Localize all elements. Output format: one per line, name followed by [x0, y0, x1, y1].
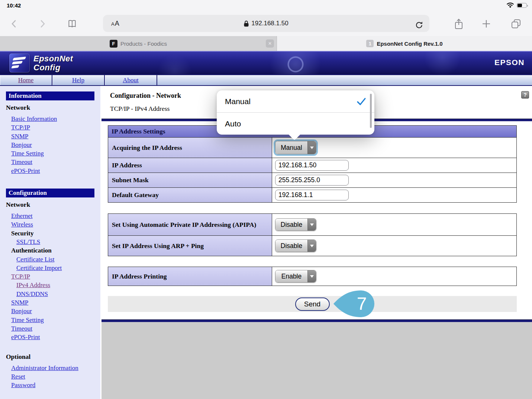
- ip-printing-select[interactable]: Enable: [275, 270, 316, 283]
- share-icon[interactable]: [453, 18, 465, 30]
- sidebar-item-snmp-info[interactable]: SNMP: [11, 132, 28, 141]
- step-7-annotation: 7: [333, 289, 375, 320]
- foodics-favicon: F: [110, 40, 117, 48]
- reload-button[interactable]: [413, 19, 425, 31]
- sidebar-item-time-setting-info[interactable]: Time Setting: [11, 149, 44, 158]
- bookmarks-icon[interactable]: [66, 18, 78, 30]
- wifi-icon: [506, 3, 514, 8]
- sidebar-item-bonjour-config[interactable]: Bonjour: [11, 307, 32, 315]
- epsonnet-banner: EpsonNetConfig EPSON: [0, 51, 532, 74]
- tab-epsonnet-config[interactable]: 1 EpsonNet Config Rev.1.0: [277, 36, 532, 51]
- table-row: Acquiring the IP Address Manual: [108, 138, 517, 158]
- tabs-overview-icon[interactable]: [510, 18, 522, 30]
- popup-scrollbar[interactable]: [370, 94, 372, 128]
- sidebar-item-reset[interactable]: Reset: [11, 372, 25, 381]
- sidebar-item-tcpip-info[interactable]: TCP/IP: [11, 123, 30, 132]
- chevron-down-icon: [307, 270, 316, 282]
- nav-about[interactable]: About: [123, 77, 139, 84]
- tab-title: Products - Foodics: [120, 41, 167, 47]
- sidebar-group-optional: Optional: [6, 353, 100, 361]
- sidebar-group-network: Network: [6, 104, 100, 112]
- subnet-mask-input[interactable]: [275, 175, 349, 186]
- tab-products-foodics[interactable]: F Products - Foodics ✕: [0, 36, 277, 51]
- table-row: Default Gateway: [108, 188, 517, 203]
- checkmark-icon: [357, 97, 366, 106]
- clock: 10:42: [7, 2, 21, 9]
- row-label: IP Address: [108, 158, 272, 173]
- send-button[interactable]: Send: [295, 297, 330, 311]
- row-label: Subnet Mask: [108, 173, 272, 187]
- default-gateway-input[interactable]: [275, 190, 349, 200]
- top-nav: Home Help About: [0, 74, 532, 86]
- sidebar-item-certificate-list[interactable]: Certificate List: [16, 255, 54, 264]
- sidebar-item-time-setting-config[interactable]: Time Setting: [11, 316, 44, 324]
- table-row: IP Address: [108, 158, 517, 173]
- address-bar[interactable]: AA 192.168.1.50: [103, 15, 429, 32]
- sidebar-item-bonjour-info[interactable]: Bonjour: [11, 141, 32, 149]
- ip-settings-table: IP Address Settings Acquiring the IP Add…: [108, 125, 517, 203]
- sidebar-item-epos-print-info[interactable]: ePOS-Print: [11, 167, 40, 175]
- tab-title: EpsonNet Config Rev.1.0: [377, 41, 442, 47]
- send-bar: Send: [108, 296, 517, 312]
- sidebar-item-wireless[interactable]: Wireless: [11, 220, 33, 229]
- apipa-table: Set Using Automatic Private IP Addressin…: [108, 213, 517, 256]
- sidebar-group-security: Security: [11, 229, 100, 238]
- sidebar: Information Network Basic Information TC…: [0, 86, 100, 399]
- footer-area: [101, 322, 532, 399]
- row-label: Acquiring the IP Address: [108, 138, 272, 158]
- step-number: 7: [357, 294, 367, 313]
- sidebar-header-configuration: Configuration: [6, 189, 94, 197]
- sidebar-item-certificate-import[interactable]: Certificate Import: [16, 264, 62, 272]
- nav-help[interactable]: Help: [72, 77, 84, 84]
- table-row: Subnet Mask: [108, 173, 517, 188]
- url-text: 192.168.1.50: [251, 20, 288, 27]
- table-row: Set IP Address Using ARP + Ping Disable: [108, 236, 517, 256]
- epsonnet-favicon: 1: [366, 40, 374, 47]
- divider: [101, 319, 532, 322]
- apipa-select[interactable]: Disable: [275, 218, 316, 231]
- back-button[interactable]: [8, 18, 20, 30]
- sidebar-header-information: Information: [6, 91, 94, 100]
- row-label: IP Address Printing: [108, 267, 272, 286]
- chevron-down-icon: [307, 219, 316, 231]
- arp-ping-select[interactable]: Disable: [275, 239, 316, 252]
- sidebar-group-authentication: Authentication: [11, 246, 100, 255]
- battery-icon: [517, 3, 527, 8]
- tab-bar: F Products - Foodics ✕ 1 EpsonNet Config…: [0, 36, 532, 51]
- row-label: Set Using Automatic Private IP Addressin…: [108, 214, 272, 235]
- sidebar-item-snmp-config[interactable]: SNMP: [11, 298, 28, 307]
- epson-stripes-logo-icon: [9, 54, 30, 73]
- chevron-down-icon: [307, 141, 316, 154]
- sidebar-item-tcpip-config[interactable]: TCP/IP: [11, 272, 30, 281]
- sidebar-group-network-config: Network: [6, 201, 100, 209]
- sidebar-item-dns-ddns[interactable]: DNS/DDNS: [16, 290, 48, 298]
- lock-icon: [244, 20, 249, 27]
- sidebar-item-basic-information[interactable]: Basic Information: [11, 115, 57, 123]
- sidebar-item-timeout-info[interactable]: Timeout: [11, 158, 32, 166]
- new-tab-icon[interactable]: [480, 18, 492, 30]
- reader-text-size-button[interactable]: AA: [111, 20, 120, 28]
- sidebar-item-password[interactable]: Password: [11, 381, 35, 389]
- nav-home[interactable]: Home: [18, 77, 34, 84]
- table-row: IP Address Printing Enable: [108, 267, 517, 286]
- popup-option-manual[interactable]: Manual: [217, 90, 374, 112]
- printing-table: IP Address Printing Enable: [108, 267, 517, 286]
- sidebar-item-administrator-information[interactable]: Administrator Information: [11, 364, 78, 372]
- table-row: Set Using Automatic Private IP Addressin…: [108, 213, 517, 236]
- forward-button[interactable]: [36, 18, 48, 30]
- ip-address-input[interactable]: [275, 160, 349, 171]
- acquiring-ip-select[interactable]: Manual: [275, 141, 316, 154]
- sidebar-item-timeout-config[interactable]: Timeout: [11, 324, 32, 333]
- close-tab-icon[interactable]: ✕: [266, 39, 274, 48]
- select-options-popup: Manual Auto: [217, 90, 374, 135]
- popup-option-auto[interactable]: Auto: [217, 113, 374, 135]
- sidebar-item-ipv4-address[interactable]: IPv4 Address: [16, 281, 50, 289]
- help-icon[interactable]: ?: [521, 91, 529, 99]
- sidebar-item-ssl-tls[interactable]: SSL/TLS: [16, 238, 40, 246]
- row-label: Default Gateway: [108, 188, 272, 202]
- row-label: Set IP Address Using ARP + Ping: [108, 236, 272, 256]
- epson-brand-text: EPSON: [494, 58, 525, 67]
- sidebar-item-ethernet[interactable]: Ethernet: [11, 212, 33, 220]
- app-logo-text: EpsonNetConfig: [33, 54, 73, 72]
- sidebar-item-epos-print-config[interactable]: ePOS-Print: [11, 333, 40, 341]
